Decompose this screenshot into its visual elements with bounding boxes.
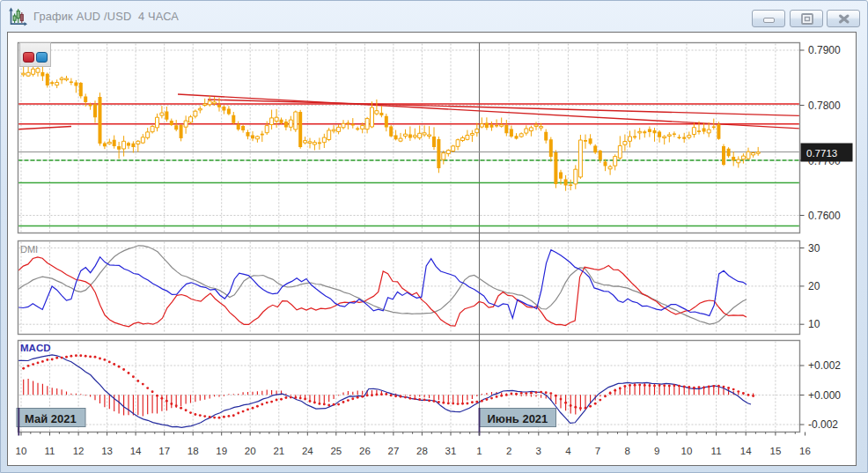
svg-text:18: 18	[188, 446, 199, 456]
svg-text:8: 8	[624, 446, 629, 456]
svg-text:17: 17	[158, 446, 170, 456]
svg-text:26: 26	[359, 446, 371, 456]
svg-text:MACD: MACD	[20, 343, 51, 353]
svg-text:11: 11	[45, 446, 55, 456]
svg-text:31: 31	[445, 446, 457, 456]
svg-text:+0.000: +0.000	[808, 389, 841, 402]
svg-text:14: 14	[740, 446, 752, 456]
svg-text:2: 2	[506, 446, 511, 456]
svg-text:30: 30	[808, 242, 820, 255]
svg-text:DMI: DMI	[20, 244, 38, 255]
svg-text:21: 21	[273, 446, 284, 456]
svg-text:13: 13	[101, 446, 113, 456]
svg-text:Июнь 2021: Июнь 2021	[488, 412, 548, 425]
svg-text:0.7600: 0.7600	[808, 210, 841, 222]
svg-text:0.7800: 0.7800	[808, 100, 841, 112]
svg-text:24: 24	[302, 446, 313, 456]
svg-text:11: 11	[711, 446, 722, 456]
svg-text:27: 27	[388, 446, 400, 456]
svg-text:3: 3	[536, 446, 541, 456]
svg-text:10: 10	[681, 446, 693, 456]
svg-text:19: 19	[216, 446, 227, 456]
svg-text:0.7713: 0.7713	[806, 148, 837, 159]
svg-text:28: 28	[416, 446, 428, 456]
svg-text:25: 25	[330, 446, 342, 456]
svg-text:1: 1	[476, 446, 482, 456]
svg-text:14: 14	[130, 446, 142, 456]
svg-text:16: 16	[799, 446, 811, 456]
svg-text:7: 7	[595, 446, 600, 456]
svg-text:0.7900: 0.7900	[808, 44, 841, 56]
svg-text:9: 9	[654, 446, 659, 456]
svg-text:Май 2021: Май 2021	[25, 412, 77, 425]
svg-text:-0.002: -0.002	[808, 418, 838, 431]
svg-text:10: 10	[16, 446, 27, 456]
svg-text:10: 10	[808, 318, 820, 330]
svg-text:20: 20	[808, 280, 820, 292]
svg-text:+0.002: +0.002	[808, 359, 841, 372]
svg-text:12: 12	[73, 446, 85, 456]
svg-text:20: 20	[245, 446, 256, 456]
svg-text:4: 4	[565, 446, 571, 456]
svg-text:15: 15	[770, 446, 782, 456]
